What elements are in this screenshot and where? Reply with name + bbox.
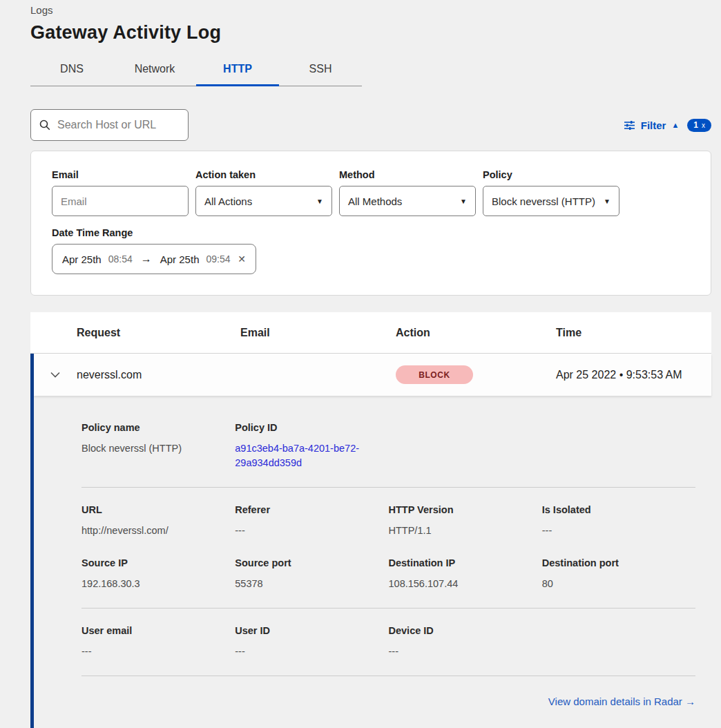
- device-id-label: Device ID: [389, 625, 542, 636]
- column-header-email: Email: [240, 327, 396, 339]
- device-id-value: ---: [389, 644, 542, 659]
- divider: [81, 487, 695, 488]
- policy-select[interactable]: Block neverssl (HTTP) ▼: [483, 186, 619, 216]
- policy-name-value: Block neverssl (HTTP): [81, 441, 235, 456]
- email-filter-input[interactable]: [61, 195, 180, 207]
- row-details-panel: Policy name Block neverssl (HTTP) Policy…: [34, 396, 711, 728]
- source-port-value: 55378: [235, 577, 388, 591]
- filter-panel: Email Action taken All Actions ▼ Method …: [30, 151, 711, 296]
- email-filter-field[interactable]: [52, 186, 189, 216]
- method-select[interactable]: All Methods ▼: [339, 186, 476, 216]
- caret-down-icon: ▼: [316, 198, 323, 205]
- caret-down-icon: ▼: [604, 198, 611, 205]
- filter-sliders-icon: [624, 119, 635, 131]
- search-input[interactable]: [57, 119, 200, 131]
- referer-label: Referer: [235, 504, 388, 515]
- divider: [81, 608, 695, 609]
- user-email-value: ---: [81, 644, 235, 659]
- clear-filters-icon[interactable]: x: [702, 122, 705, 129]
- tab-http[interactable]: HTTP: [196, 56, 279, 86]
- filter-count: 1: [693, 120, 698, 130]
- table-row[interactable]: neverssl.com BLOCK Apr 25 2022 • 9:53:53…: [34, 354, 711, 396]
- source-ip-label: Source IP: [81, 557, 235, 568]
- tab-ssh[interactable]: SSH: [279, 56, 362, 86]
- caret-up-icon: ▲: [671, 121, 679, 129]
- filter-toggle-button[interactable]: Filter ▲ 1 x: [624, 119, 711, 132]
- method-label: Method: [339, 169, 476, 180]
- email-filter-label: Email: [52, 169, 189, 180]
- is-isolated-label: Is Isolated: [542, 504, 695, 515]
- tab-dns[interactable]: DNS: [30, 56, 113, 86]
- start-date: Apr 25th: [62, 253, 102, 265]
- divider: [81, 676, 695, 676]
- expanded-row-container: neverssl.com BLOCK Apr 25 2022 • 9:53:53…: [30, 354, 711, 728]
- tab-network[interactable]: Network: [113, 56, 196, 86]
- action-taken-label: Action taken: [195, 169, 332, 180]
- search-icon: [39, 119, 50, 131]
- policy-value: Block neverssl (HTTP): [492, 195, 595, 207]
- user-id-label: User ID: [235, 625, 388, 636]
- arrow-right-icon: →: [141, 253, 152, 265]
- start-time: 08:54: [108, 253, 133, 265]
- user-email-label: User email: [81, 625, 235, 636]
- clear-date-range-icon[interactable]: ✕: [238, 253, 246, 265]
- breadcrumb: Logs: [30, 4, 711, 16]
- filter-count-badge[interactable]: 1 x: [687, 119, 711, 132]
- column-header-request: Request: [77, 327, 240, 339]
- is-isolated-value: ---: [542, 524, 695, 538]
- http-version-value: HTTP/1.1: [389, 524, 542, 538]
- activity-log-table: Request Email Action Time neverssl.com B…: [30, 312, 711, 728]
- status-badge: BLOCK: [396, 365, 473, 384]
- filter-label: Filter: [641, 119, 666, 131]
- end-date: Apr 25th: [160, 253, 200, 265]
- date-range-picker[interactable]: Apr 25th 08:54 → Apr 25th 09:54 ✕: [52, 244, 256, 274]
- request-cell: neverssl.com: [77, 369, 240, 381]
- tab-bar: DNS Network HTTP SSH: [30, 56, 362, 86]
- action-taken-value: All Actions: [204, 195, 252, 207]
- end-time: 09:54: [206, 253, 230, 265]
- destination-ip-value: 108.156.107.44: [389, 577, 542, 591]
- policy-id-label: Policy ID: [235, 422, 388, 433]
- destination-port-label: Destination port: [542, 557, 695, 568]
- user-id-value: ---: [235, 644, 388, 659]
- http-version-label: HTTP Version: [389, 504, 542, 515]
- policy-name-label: Policy name: [81, 422, 235, 433]
- chevron-down-icon[interactable]: [34, 372, 77, 378]
- time-cell: Apr 25 2022 • 9:53:53 AM: [556, 369, 711, 381]
- method-value: All Methods: [348, 195, 402, 207]
- column-header-time: Time: [556, 327, 711, 339]
- table-header-row: Request Email Action Time: [30, 312, 711, 354]
- search-box[interactable]: [30, 109, 189, 141]
- source-ip-value: 192.168.30.3: [81, 577, 235, 591]
- destination-ip-label: Destination IP: [389, 557, 542, 568]
- page-title: Gateway Activity Log: [30, 22, 711, 44]
- referer-value: ---: [235, 524, 388, 538]
- url-label: URL: [81, 504, 235, 515]
- destination-port-value: 80: [542, 577, 695, 591]
- action-taken-select[interactable]: All Actions ▼: [195, 186, 332, 216]
- caret-down-icon: ▼: [460, 198, 467, 205]
- column-header-action: Action: [396, 327, 556, 339]
- policy-label: Policy: [483, 169, 619, 180]
- policy-id-link[interactable]: a91c3eb4-ba7a-4201-be72-29a934dd359d: [235, 441, 369, 470]
- radar-details-link[interactable]: View domain details in Radar →: [548, 696, 695, 707]
- url-value: http://neverssl.com/: [81, 524, 235, 538]
- date-range-label: Date Time Range: [52, 227, 690, 238]
- source-port-label: Source port: [235, 557, 388, 568]
